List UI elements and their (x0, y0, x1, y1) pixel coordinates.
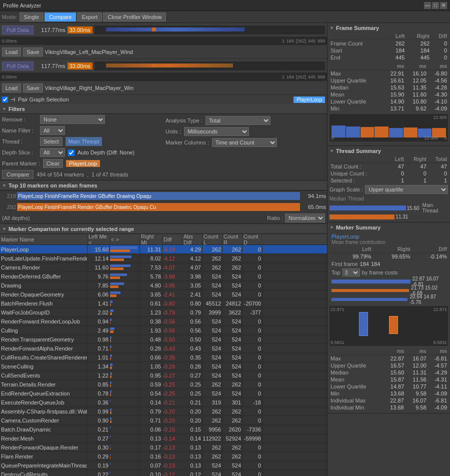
table-row[interactable]: PlayerLoop 15.60 11.31 -4.29 4.29 262 26… (0, 245, 327, 254)
box-orange (389, 316, 398, 334)
pair-graph-checkbox[interactable] (2, 96, 8, 102)
save-btn-1[interactable]: Save (23, 48, 42, 56)
ratio-label: Ratio : (267, 215, 283, 221)
filters-header: ▼ Filters (0, 104, 327, 114)
auto-depth-checkbox[interactable] (68, 150, 74, 156)
load-btn-2[interactable]: Load (2, 84, 21, 92)
link-icon (10, 96, 16, 102)
table-row[interactable]: RenderForwardAlpha.Render 0.71 0.28 -0.4… (0, 344, 327, 353)
thread-select-btn[interactable]: Select (40, 137, 62, 146)
analysis-type-select[interactable]: Total (206, 116, 270, 125)
table-row[interactable]: ExecuteRenderQueueJob 0.36 0.14 -0.21 0.… (0, 398, 327, 407)
load-btn-1[interactable]: Load (2, 48, 21, 56)
table-row[interactable]: Render.Mesh 0.27 0.13 -0.14 0.14 112922 … (0, 434, 327, 443)
parent-marker-row: Parent Marker : Clear PlayerLoop (0, 158, 162, 169)
thread-label: Thread : (2, 138, 37, 144)
table-row[interactable]: Assembly-CSharp-firstpass.dll::WaterTile… (0, 407, 327, 416)
top10-title: Top 10 markers on median frames (8, 182, 98, 188)
table-row[interactable]: SceneCulling 1.34 1.05 -0.28 0.28 524 52… (0, 362, 327, 371)
minimize-button[interactable]: — (424, 2, 431, 9)
table-header: Marker Name Left Me < < > Right Mi Diff … (0, 234, 327, 245)
name-filter-row: Name Filter : All (0, 125, 162, 136)
table-row[interactable]: QueuePrepareIntegrateMainThreadObjects 0… (0, 461, 327, 470)
timeline-1 (94, 26, 325, 34)
table-row[interactable]: CullResults.CreateSharedRendererScene 1.… (0, 353, 327, 362)
pair-graph-row: Pair Graph Selection PlayerLoop (0, 95, 327, 104)
single-button[interactable]: Single (20, 12, 44, 22)
table-row[interactable]: CullSendEvents 1.22 0.95 -0.27 0.27 524 … (0, 371, 327, 380)
table-section[interactable]: Marker Name Left Me < < > Right Mi Diff … (0, 234, 327, 476)
name-filter-select[interactable]: All (40, 126, 65, 135)
timeline-labels-1: 0.00ms 1 184 [262] 445 999 (0, 37, 327, 45)
top-n-select[interactable]: 3 (342, 268, 360, 276)
orange-badge-1: 33.00ms (68, 26, 92, 34)
load-save-row-2: Load Save VikingVillage_Right_MacPlayer_… (0, 81, 327, 95)
box-blue (359, 312, 368, 336)
individual-table: Individual Max 22.87 16.07 -6.81 Individ… (330, 397, 448, 411)
first-frame-label: First frame (332, 261, 358, 267)
remove-select[interactable]: None (40, 115, 105, 124)
table-row[interactable]: WaitForJobGroupID 2.02 1.23 -0.79 0.79 3… (0, 308, 327, 317)
thread-bar-blue: 15.60 Main Thread (330, 202, 448, 214)
table-row[interactable]: Culling 2.49 1.93 -0.56 0.56 524 524 0 (0, 326, 327, 335)
by-frame-costs-label: by frame costs (362, 270, 398, 276)
thread-summary-table: Left Right Total Total Count :474747Uniq… (330, 156, 448, 184)
table-row[interactable]: PostLateUpdate.FinishFrameRendering 12.1… (0, 254, 327, 263)
table-row[interactable]: RenderForward.RenderLoopJob 0.94 0.38 -0… (0, 317, 327, 326)
thread-summary-title: Thread Summary (336, 148, 381, 154)
data-row-2: Pull Data 117.77ms 33.00ms (0, 59, 327, 73)
table-row[interactable]: Drawing 7.85 4.80 -3.05 3.05 524 524 0 (0, 281, 327, 290)
graph-scale-select[interactable]: Upper quartile (365, 185, 448, 194)
close-button[interactable]: ✕ (440, 2, 447, 9)
name-filter-label: Name Filter : (2, 128, 37, 134)
frame-summary-section: ▼ Frame Summary Left Right Diff Frame Co… (328, 23, 450, 146)
parent-marker-label: Parent Marker : (2, 160, 40, 166)
table-row[interactable]: RenderForwardOpaque.Render 0.30 0.17 -0.… (0, 443, 327, 452)
pull-data-btn-1[interactable]: Pull Data (2, 26, 34, 34)
ratio-select[interactable]: Normalized (285, 214, 325, 222)
marker-comparison-header: ▼ Marker Comparison for currently select… (0, 224, 327, 234)
table-row[interactable]: DestroyCullResults 0.22 0.10 -0.12 0.12 … (0, 470, 327, 476)
parent-marker-value: PlayerLoop (66, 160, 100, 167)
units-select[interactable]: Milliseconds (184, 127, 249, 136)
marker-columns-select[interactable]: Time and Count (212, 138, 277, 147)
table-row[interactable]: Terrain.Details.Render 0.85 0.59 -0.25 0… (0, 380, 327, 389)
units-row: Units : Milliseconds (164, 126, 325, 137)
save-btn-2[interactable]: Save (23, 84, 42, 92)
orange-badge-2: 33.00ms (68, 62, 92, 70)
marker-stats-table: ms ms ms Max22.8716.07-6.81Upper Quartil… (330, 348, 448, 397)
markers-info: 494 of 554 markers (36, 172, 84, 178)
box-plot: 22.871 9.5831 22.871 9.5831 (330, 306, 448, 346)
depth-select[interactable]: All (40, 148, 65, 157)
frame-cost-3: 20.64 14.87 -5.76 (330, 295, 448, 304)
table-row[interactable]: RenderDeferred.GBuffer 9.76 5.78 -3.98 3… (0, 272, 327, 281)
table-row[interactable]: Render.TransparentGeometry 0.98 0.48 -0.… (0, 335, 327, 344)
auto-depth-label: Auto Depth (Diff: None) (78, 150, 134, 156)
table-row[interactable]: Camera.CustomRender 0.90 0.71 -0.20 0.20… (0, 416, 327, 425)
top10-section: ▼ Top 10 markers on median frames 219 Pl… (0, 180, 327, 224)
thread-summary-section: ▼ Thread Summary Left Right Total Total … (328, 146, 450, 222)
table-row[interactable]: Render.OpaqueGeometry 6.06 3.65 -2.41 2.… (0, 290, 327, 299)
left-panel: Pull Data 117.77ms 33.00ms 0.00ms 1 184 … (0, 23, 328, 476)
units-label: Units : (166, 128, 181, 134)
mode-label: Mode: (2, 14, 18, 20)
maximize-button[interactable]: □ (432, 2, 439, 9)
export-button[interactable]: Export (77, 12, 102, 22)
table-row[interactable]: EndRenderQueueExtraction 0.78 0.54 -0.25… (0, 389, 327, 398)
load-save-row-1: Load Save VikingVillage_Left_MacPlayer_W… (0, 45, 327, 59)
compare-button[interactable]: Compare (44, 12, 76, 22)
close-profiler-button[interactable]: Close Profiler Window (103, 12, 166, 22)
graph-scale-label: Graph Scale : (330, 186, 363, 192)
pull-data-btn-2[interactable]: Pull Data (2, 62, 34, 70)
depth-label: Depth Slice : (2, 150, 37, 156)
thread-bar-orange: 11.31 (330, 214, 448, 220)
analysis-type-label: Analysis Type : (166, 118, 202, 124)
frame-mini-chart: 22.905 0 0 22.905 (330, 114, 448, 142)
table-row[interactable]: Batch.DrawDynamic 0.21 0.06 -0.15 0.15 9… (0, 425, 327, 434)
table-row[interactable]: Camera.Render 11.60 7.53 -4.07 4.07 262 … (0, 263, 327, 272)
compare-btn[interactable]: Compare (2, 170, 34, 179)
table-row[interactable]: Flare.Render 0.29 0.16 -0.13 0.13 262 26… (0, 452, 327, 461)
table-row[interactable]: BatchRenderer.Flush 1.41 0.61 -0.80 0.80… (0, 299, 327, 308)
top10-bar-1: PlayerLoop FinishFrameRe Render GBuffer … (17, 192, 300, 200)
clear-btn[interactable]: Clear (43, 159, 63, 168)
